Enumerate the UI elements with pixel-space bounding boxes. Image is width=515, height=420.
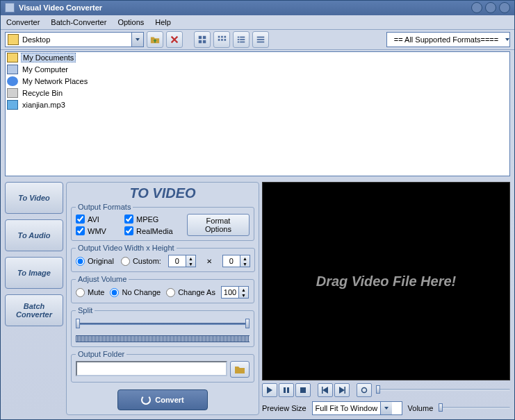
- preview-size-text: Full Fit To Window: [313, 404, 381, 412]
- preview-panel: Drag Video File Here! Preview Size Full …: [262, 182, 510, 415]
- delete-button[interactable]: [166, 31, 183, 48]
- file-label: Recycle Bin: [21, 89, 64, 97]
- svg-rect-7: [218, 39, 220, 41]
- location-combo[interactable]: Desktop: [5, 32, 144, 47]
- file-label: My Documents: [21, 53, 76, 62]
- volume-spinner[interactable]: ▲▼: [221, 286, 249, 299]
- size-original-radio[interactable]: Original: [76, 257, 114, 266]
- minimize-button[interactable]: [471, 2, 482, 13]
- settings-panel: TO VIDEO Output Formats AVI WMV MPEG Rea…: [66, 182, 259, 415]
- chevron-down-icon[interactable]: [131, 33, 143, 47]
- svg-rect-0: [199, 36, 202, 39]
- file-item[interactable]: My Network Places: [6, 76, 509, 87]
- preview-size-combo[interactable]: Full Fit To Window: [312, 401, 402, 415]
- chevron-down-icon[interactable]: [505, 38, 509, 41]
- prev-button[interactable]: [318, 383, 333, 397]
- playback-controls: [262, 383, 510, 397]
- batch-converter-label: Batch Converter: [6, 302, 63, 319]
- output-size-group: Output Video Width x Height Original Cus…: [71, 244, 255, 272]
- up-folder-button[interactable]: [147, 31, 163, 48]
- height-input[interactable]: [222, 255, 240, 267]
- split-group: Split: [71, 306, 254, 347]
- view-details-button[interactable]: [252, 31, 269, 48]
- down-arrow-icon[interactable]: ▼: [239, 292, 248, 298]
- volume-nochange-radio[interactable]: No Change: [110, 288, 161, 297]
- seek-slider[interactable]: [376, 383, 510, 397]
- browse-folder-button[interactable]: [230, 361, 250, 378]
- menu-help[interactable]: Help: [155, 18, 171, 26]
- convert-button[interactable]: Convert: [117, 389, 208, 410]
- width-spinner[interactable]: ▲▼: [168, 255, 196, 267]
- volume-thumb[interactable]: [439, 403, 443, 412]
- up-arrow-icon[interactable]: ▲: [186, 255, 195, 261]
- wmv-checkbox[interactable]: WMV: [76, 226, 124, 235]
- width-input[interactable]: [168, 255, 186, 267]
- app-icon: [5, 3, 15, 12]
- format-filter-combo[interactable]: == All Supported Formats====: [386, 32, 510, 47]
- split-start-thumb[interactable]: [76, 319, 80, 328]
- preview-area[interactable]: Drag Video File Here!: [262, 182, 510, 380]
- svg-rect-15: [240, 42, 245, 43]
- svg-rect-14: [238, 42, 240, 43]
- to-video-button[interactable]: To Video: [5, 182, 63, 214]
- chevron-down-icon[interactable]: [380, 402, 392, 414]
- svg-rect-21: [300, 387, 306, 393]
- file-item[interactable]: My Computer: [6, 64, 509, 76]
- file-list[interactable]: My DocumentsMy ComputerMy Network Places…: [5, 51, 510, 176]
- svg-rect-5: [221, 36, 223, 38]
- size-custom-radio[interactable]: Custom:: [121, 257, 161, 266]
- play-button[interactable]: [262, 383, 277, 397]
- pause-button[interactable]: [279, 383, 294, 397]
- menu-options[interactable]: Options: [117, 18, 144, 26]
- output-folder-group: Output Folder: [71, 350, 254, 383]
- output-folder-input[interactable]: [76, 361, 227, 376]
- split-end-thumb[interactable]: [245, 319, 250, 328]
- down-arrow-icon[interactable]: ▼: [240, 261, 250, 267]
- up-arrow-icon[interactable]: ▲: [239, 287, 248, 292]
- format-options-button[interactable]: Format Options: [187, 214, 250, 236]
- down-arrow-icon[interactable]: ▼: [186, 261, 195, 267]
- realmedia-checkbox[interactable]: RealMedia: [124, 226, 187, 235]
- volume-mute-radio[interactable]: Mute: [76, 288, 104, 297]
- menubar: Converter Batch-Converter Options Help: [1, 15, 514, 30]
- menu-converter[interactable]: Converter: [6, 18, 40, 26]
- file-label: My Computer: [21, 65, 70, 74]
- volume-slider[interactable]: [439, 401, 510, 415]
- convert-icon: [141, 395, 151, 405]
- up-arrow-icon[interactable]: ▲: [240, 255, 250, 261]
- mpeg-checkbox[interactable]: MPEG: [124, 215, 187, 224]
- file-icon: [7, 76, 18, 86]
- menu-batch-converter[interactable]: Batch-Converter: [51, 18, 106, 26]
- file-item[interactable]: Recycle Bin: [6, 87, 509, 99]
- svg-rect-11: [240, 37, 245, 38]
- file-icon: [7, 88, 18, 98]
- format-filter-text: == All Supported Formats====: [387, 35, 505, 44]
- maximize-button[interactable]: [485, 2, 496, 13]
- output-formats-group: Output Formats AVI WMV MPEG RealMedia Fo…: [71, 203, 254, 241]
- svg-rect-20: [287, 387, 289, 393]
- view-small-icons-button[interactable]: [213, 31, 230, 48]
- stop-button[interactable]: [295, 383, 311, 397]
- file-item[interactable]: My Documents: [6, 52, 509, 64]
- close-button[interactable]: [499, 2, 510, 13]
- volume-changeas-radio[interactable]: Change As: [166, 288, 215, 297]
- adjust-volume-group: Adjust Volume Mute No Change Change As ▲…: [71, 275, 254, 303]
- volume-input[interactable]: [221, 286, 239, 299]
- output-folder-legend: Output Folder: [76, 350, 126, 358]
- split-range-slider[interactable]: [76, 317, 250, 333]
- volume-label: Volume: [408, 404, 434, 412]
- height-spinner[interactable]: ▲▼: [222, 255, 250, 267]
- to-image-button[interactable]: To Image: [5, 257, 63, 289]
- view-large-icons-button[interactable]: [194, 31, 211, 48]
- desktop-icon: [8, 34, 19, 45]
- loop-button[interactable]: [357, 383, 372, 397]
- seek-thumb[interactable]: [376, 385, 380, 394]
- to-audio-button[interactable]: To Audio: [5, 219, 63, 251]
- avi-checkbox[interactable]: AVI: [76, 215, 124, 224]
- next-button[interactable]: [334, 383, 350, 397]
- view-list-button[interactable]: [233, 31, 250, 48]
- batch-converter-button[interactable]: Batch Converter: [5, 294, 63, 326]
- titlebar: Visual Video Converter: [1, 1, 514, 15]
- x-icon: ✕: [204, 256, 214, 266]
- file-item[interactable]: xianjian.mp3: [6, 99, 509, 111]
